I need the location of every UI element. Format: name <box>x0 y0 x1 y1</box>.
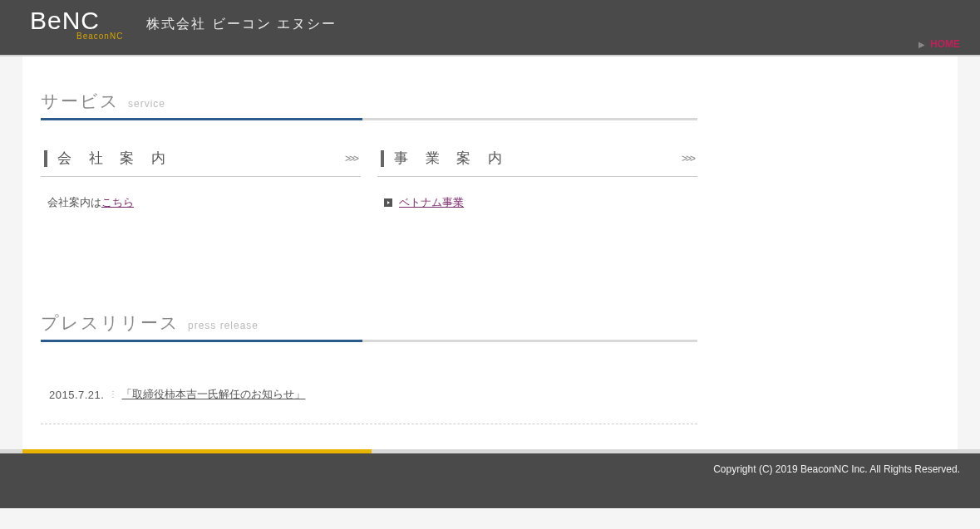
logo-subtext: BeaconNC <box>76 32 123 41</box>
separator-dots-icon: ⋮ <box>109 390 116 399</box>
logo-area: BeNC BeaconNC 株式会社 ビーコン エヌシー <box>30 8 337 41</box>
press-date: 2015.7.21. <box>49 389 104 401</box>
press-release-item: 2015.7.21. ⋮ 「取締役柿本吉一氏解任のお知らせ」 <box>41 365 697 424</box>
service-title-en: service <box>128 98 165 110</box>
chevron-right-icon: >>> <box>682 153 694 164</box>
press-title-jp: プレスリリース <box>41 311 180 335</box>
business-info-title: 事 業 案 内 <box>394 149 682 168</box>
company-info-title: 会 社 案 内 <box>57 149 345 168</box>
section-underline <box>41 118 697 120</box>
company-info-text: 会社案内は <box>47 196 101 208</box>
business-info-header[interactable]: 事 業 案 内 >>> <box>377 144 697 177</box>
section-underline <box>41 340 697 342</box>
business-info-body: ベトナム事業 <box>377 177 697 228</box>
press-release-link[interactable]: 「取締役柿本吉一氏解任のお知らせ」 <box>121 387 305 402</box>
logo-text: BeNC <box>30 8 123 33</box>
chevron-right-icon: >>> <box>345 153 357 164</box>
nav-home-link[interactable]: HOME <box>930 38 960 50</box>
business-info-card: 事 業 案 内 >>> ベトナム事業 <box>377 144 697 228</box>
service-title-jp: サービス <box>41 90 120 113</box>
copyright-text: Copyright (C) 2019 BeaconNC Inc. All Rig… <box>713 463 960 475</box>
vietnam-business-link[interactable]: ベトナム事業 <box>399 195 464 210</box>
top-nav: ▶ HOME <box>918 38 960 50</box>
site-header: BeNC BeaconNC 株式会社 ビーコン エヌシー ▶ HOME <box>0 0 980 56</box>
bullet-arrow-icon <box>384 198 392 207</box>
press-title-en: press release <box>188 320 259 331</box>
service-section-title: サービス service <box>41 90 697 113</box>
footer-accent-bar <box>0 449 980 453</box>
site-footer: Copyright (C) 2019 BeaconNC Inc. All Rig… <box>0 453 980 508</box>
main-content: サービス service 会 社 案 内 >>> 会社案内はこちら 事 業 案 … <box>22 56 958 449</box>
nav-arrow-icon: ▶ <box>918 40 925 49</box>
card-bar-icon <box>381 150 384 167</box>
company-info-header[interactable]: 会 社 案 内 >>> <box>41 144 361 177</box>
press-section-title: プレスリリース press release <box>41 311 697 335</box>
company-info-body: 会社案内はこちら <box>41 177 361 228</box>
company-info-card: 会 社 案 内 >>> 会社案内はこちら <box>41 144 361 228</box>
company-info-link[interactable]: こちら <box>101 196 134 208</box>
company-name: 株式会社 ビーコン エヌシー <box>146 16 337 33</box>
card-bar-icon <box>44 150 47 167</box>
